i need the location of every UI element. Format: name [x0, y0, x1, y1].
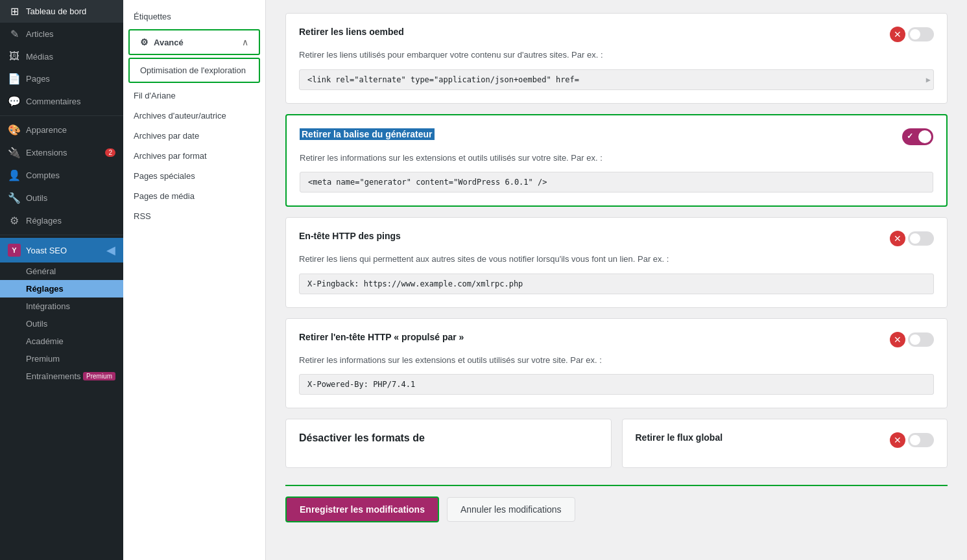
sidebar-item-tableau-de-bord[interactable]: ⊞ Tableau de bord [0, 0, 123, 23]
sidebar-label-pages: Pages [26, 74, 50, 84]
sidebar-item-pages[interactable]: 📄 Pages [0, 67, 123, 90]
pings-description: Retirer les liens qui permettent aux aut… [299, 253, 934, 266]
sidebar-item-commentaires[interactable]: 💬 Commentaires [0, 90, 123, 113]
setting-header-propulse: Retirer l'en-tête HTTP « propulsé par » … [299, 332, 934, 347]
oembed-x-button[interactable]: ✕ [890, 27, 905, 42]
flux-toggle-container: ✕ [890, 432, 934, 448]
pings-toggle-track[interactable] [908, 231, 934, 246]
footer-bar: Enregistrer les modifications Annuler le… [285, 485, 948, 533]
premium-tag: Premium [83, 372, 115, 380]
secondary-sidebar: Étiquettes ⚙ Avancé ∧ Optimisation de l'… [123, 0, 266, 560]
pings-code-block: X-Pingback: https://www.example.com/xmlr… [299, 274, 934, 294]
sec-sidebar-etiquettes[interactable]: Étiquettes [123, 6, 265, 27]
oembed-description: Retirer les liens utilisés pour embarque… [299, 49, 934, 62]
extensions-icon: 🔌 [8, 146, 21, 159]
propulse-toggle-container: ✕ [890, 332, 934, 347]
setting-header-generateur: Retirer la balise du générateur ✓ [300, 128, 933, 145]
sidebar-label-apparence: Apparence [26, 125, 67, 135]
propulse-code-block: X-Powered-By: PHP/7.4.1 [299, 374, 934, 395]
retirer-flux-header: Retirer le flux global ✕ [636, 432, 935, 448]
retirer-flux-title: Retirer le flux global [636, 432, 723, 443]
bottom-section-grid: Désactiver les formats de Retirer le flu… [285, 419, 948, 478]
flux-toggle-thumb [910, 435, 920, 445]
sec-sidebar-archives-format[interactable]: Archives par format [123, 146, 265, 166]
setting-card-pings: En-tête HTTP des pings ✕ Retirer les lie… [285, 217, 948, 308]
sec-sidebar-avance[interactable]: ⚙ Avancé ∧ [128, 29, 260, 55]
yoast-seo-label: Yoast SEO [26, 246, 67, 255]
sidebar-item-reglages[interactable]: ⚙ Réglages [0, 209, 123, 232]
sidebar-item-comptes[interactable]: 👤 Comptes [0, 164, 123, 187]
generateur-description: Retirer les informations sur les extensi… [300, 152, 933, 165]
sidebar-item-yoast-reglages[interactable]: Réglages [0, 280, 123, 298]
sec-sidebar-archives-auteur[interactable]: Archives d'auteur/autrice [123, 106, 265, 126]
outils-icon: 🔧 [8, 192, 21, 204]
sidebar-label-reglages: Réglages [26, 216, 62, 226]
sec-sidebar-archives-date[interactable]: Archives par date [123, 126, 265, 146]
sidebar-item-articles[interactable]: ✎ Articles [0, 23, 123, 45]
cancel-button[interactable]: Annuler les modifications [447, 497, 575, 522]
comptes-icon: 👤 [8, 169, 21, 181]
scroll-right-icon: ▶ [926, 75, 931, 84]
sidebar-label-articles: Articles [26, 29, 54, 39]
desactiver-formats-title: Désactiver les formats de [299, 432, 598, 444]
oembed-toggle-track[interactable] [908, 27, 934, 41]
apparence-icon: 🎨 [8, 124, 21, 136]
sidebar-label-comptes: Comptes [26, 170, 60, 180]
flux-toggle-track[interactable] [908, 433, 934, 447]
sec-sidebar-pages-speciales[interactable]: Pages spéciales [123, 166, 265, 186]
sidebar-label-tableau-de-bord: Tableau de bord [26, 6, 86, 16]
save-button[interactable]: Enregistrer les modifications [285, 496, 439, 522]
sidebar-item-medias[interactable]: 🖼 Médias [0, 45, 123, 67]
sidebar-item-yoast-outils[interactable]: Outils [0, 315, 123, 332]
generateur-code-text: <meta name="generator" content="WordPres… [308, 178, 547, 187]
pings-toggle-thumb [910, 233, 920, 244]
sidebar-item-yoast-seo[interactable]: Y Yoast SEO ◀ [0, 238, 123, 262]
setting-card-oembed: Retirer les liens oembed ✕ Retirer les l… [285, 13, 948, 104]
sidebar-item-yoast-integrations[interactable]: Intégrations [0, 298, 123, 315]
setting-header-pings: En-tête HTTP des pings ✕ [299, 231, 934, 246]
sidebar-item-apparence[interactable]: 🎨 Apparence [0, 119, 123, 141]
sidebar-item-yoast-general[interactable]: Général [0, 262, 123, 280]
generateur-code-block: <meta name="generator" content="WordPres… [300, 172, 933, 192]
propulse-code-text: X-Powered-By: PHP/7.4.1 [307, 380, 415, 389]
sidebar-item-extensions[interactable]: 🔌 Extensions 2 [0, 141, 123, 164]
generateur-toggle[interactable]: ✓ [902, 128, 933, 145]
sec-sidebar-rss[interactable]: RSS [123, 206, 265, 226]
generateur-toggle-thumb [918, 130, 931, 143]
sidebar-item-yoast-academie[interactable]: Académie [0, 332, 123, 350]
sidebar-label-extensions: Extensions [26, 148, 67, 158]
content-area: Étiquettes ⚙ Avancé ∧ Optimisation de l'… [123, 0, 967, 560]
articles-icon: ✎ [8, 28, 21, 40]
sidebar-divider-2 [0, 235, 123, 235]
sidebar-item-yoast-entrainements[interactable]: Entraînements Premium [0, 368, 123, 385]
admin-sidebar: ⊞ Tableau de bord ✎ Articles 🖼 Médias 📄 … [0, 0, 123, 560]
sec-sidebar-optimisation[interactable]: Optimisation de l'exploration [128, 58, 260, 83]
generateur-toggle-track: ✓ [902, 128, 933, 145]
reglages-icon: ⚙ [8, 215, 21, 227]
oembed-toggle-thumb [910, 29, 920, 40]
sec-sidebar-pages-media[interactable]: Pages de média [123, 186, 265, 206]
propulse-toggle-track[interactable] [908, 332, 934, 347]
sec-sidebar-fil-ariane[interactable]: Fil d'Ariane [123, 86, 265, 106]
propulse-x-button[interactable]: ✕ [890, 332, 905, 347]
commentaires-icon: 💬 [8, 95, 21, 108]
pings-x-button[interactable]: ✕ [890, 231, 905, 246]
setting-title-oembed: Retirer les liens oembed [299, 27, 404, 37]
sliders-icon: ⚙ [140, 37, 149, 47]
medias-icon: 🖼 [8, 51, 21, 62]
oembed-code-block: <link rel="alternate" type="application/… [299, 69, 934, 90]
pings-toggle-container: ✕ [890, 231, 934, 246]
sidebar-item-yoast-premium[interactable]: Premium [0, 350, 123, 368]
avance-label: Avancé [154, 38, 184, 47]
yoast-active-indicator-icon: ◀ [106, 243, 115, 257]
entrainements-label: Entraînements [26, 371, 81, 381]
setting-title-pings: En-tête HTTP des pings [299, 231, 401, 241]
oembed-code-text: <link rel="alternate" type="application/… [307, 75, 579, 84]
sidebar-item-outils[interactable]: 🔧 Outils [0, 187, 123, 209]
flux-x-button[interactable]: ✕ [890, 432, 905, 448]
propulse-toggle-thumb [910, 334, 920, 345]
setting-title-propulse: Retirer l'en-tête HTTP « propulsé par » [299, 332, 464, 342]
dashboard-icon: ⊞ [8, 5, 21, 18]
main-content: Retirer les liens oembed ✕ Retirer les l… [266, 0, 967, 560]
pings-code-text: X-Pingback: https://www.example.com/xmlr… [307, 279, 523, 288]
